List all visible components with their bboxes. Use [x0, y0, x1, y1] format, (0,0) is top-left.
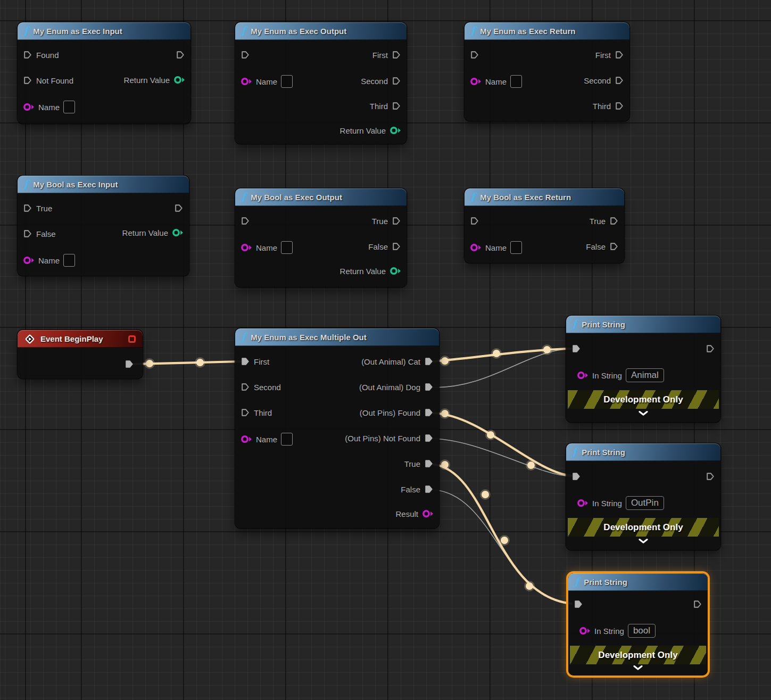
- exec-output-pin-first[interactable]: First: [372, 48, 401, 62]
- node-header[interactable]: ƒ My Enum as Exec Input: [18, 22, 190, 40]
- exec-input-pin[interactable]: [241, 48, 250, 62]
- exec-output-pin-true[interactable]: True: [404, 457, 434, 471]
- exec-output-pin-true[interactable]: True: [372, 214, 401, 228]
- name-value-box[interactable]: [281, 75, 293, 88]
- node-header[interactable]: ƒ My Enum as Exec Output: [235, 22, 407, 40]
- exec-input-pin[interactable]: [574, 597, 583, 611]
- exec-output-pin-true[interactable]: True: [590, 214, 619, 228]
- name-value-box[interactable]: [510, 241, 522, 254]
- name-input-pin[interactable]: Name: [241, 241, 293, 254]
- node-my-enum-as-exec-input[interactable]: ƒ My Enum as Exec Input Found Not Found …: [18, 22, 190, 123]
- name-input-pin[interactable]: Name: [470, 241, 522, 254]
- exec-input-pin-third[interactable]: Third: [241, 406, 272, 419]
- exec-output-pin-third[interactable]: Third: [370, 99, 401, 113]
- expand-advanced-button[interactable]: [566, 411, 720, 416]
- node-print-string-bool[interactable]: ƒ Print String In String bool Developmen…: [568, 573, 708, 676]
- exec-input-pin[interactable]: [470, 48, 479, 62]
- name-input-pin[interactable]: Name: [241, 75, 293, 88]
- node-header[interactable]: ƒ My Enum as Exec Return: [465, 22, 629, 40]
- exec-output-pin-false[interactable]: False: [368, 240, 401, 253]
- return-value-pin[interactable]: Return Value: [340, 123, 401, 137]
- exec-output-pin-false[interactable]: False: [401, 482, 434, 496]
- exec-input-pin[interactable]: [241, 214, 250, 228]
- string-pin-icon: [579, 626, 591, 636]
- name-value-box[interactable]: [281, 241, 293, 254]
- exec-pin-icon: [470, 50, 479, 60]
- name-input-pin[interactable]: Name: [241, 432, 293, 446]
- node-print-string-animal[interactable]: ƒ Print String In String Animal Developm…: [566, 316, 720, 422]
- name-input-pin[interactable]: Name: [23, 100, 75, 114]
- string-pin-icon: [577, 370, 588, 380]
- name-value-box[interactable]: [510, 75, 522, 88]
- node-event-beginplay[interactable]: Event BeginPlay: [18, 330, 143, 378]
- node-header[interactable]: Event BeginPlay: [18, 330, 143, 348]
- node-header[interactable]: ƒ Print String: [566, 443, 720, 461]
- return-value-pin[interactable]: Return Value: [124, 73, 185, 87]
- name-pin-icon: [241, 77, 252, 86]
- node-my-enum-as-exec-return[interactable]: ƒ My Enum as Exec Return Name First Seco…: [465, 22, 629, 121]
- exec-output-pin-out-animal-cat[interactable]: (Out Animal) Cat: [361, 355, 434, 368]
- exec-output-pin[interactable]: [174, 201, 184, 215]
- exec-output-pin[interactable]: [706, 342, 715, 356]
- exec-output-pin-third[interactable]: Third: [593, 99, 624, 113]
- node-header[interactable]: ƒ My Bool as Exec Return: [465, 188, 624, 206]
- exec-output-pin-second[interactable]: Second: [361, 74, 401, 88]
- name-input-pin[interactable]: Name: [23, 253, 75, 267]
- expand-advanced-button[interactable]: [568, 665, 708, 670]
- in-string-pin[interactable]: In String bool: [579, 624, 656, 638]
- name-pin-icon: [23, 256, 35, 265]
- exec-input-pin[interactable]: [571, 342, 581, 356]
- return-value-pin[interactable]: Return Value: [122, 226, 184, 240]
- exec-output-pin-false[interactable]: False: [586, 240, 619, 253]
- name-value-box[interactable]: [63, 101, 75, 113]
- exec-input-pin-not-found[interactable]: Not Found: [23, 73, 73, 87]
- exec-output-pin-second[interactable]: Second: [584, 73, 624, 87]
- exec-output-pin[interactable]: [706, 470, 715, 483]
- expand-advanced-button[interactable]: [566, 539, 720, 543]
- name-pin-icon: [23, 102, 35, 112]
- name-value-box[interactable]: [63, 254, 75, 267]
- exec-output-pin[interactable]: [125, 357, 134, 371]
- node-header[interactable]: ƒ Print String: [568, 573, 708, 591]
- exec-input-pin[interactable]: [470, 214, 479, 228]
- name-value-box[interactable]: [281, 433, 293, 446]
- node-header[interactable]: ƒ My Enum as Exec Multiple Out: [235, 328, 439, 346]
- result-output-pin[interactable]: Result: [395, 507, 434, 521]
- node-my-bool-as-exec-input[interactable]: ƒ My Bool as Exec Input True False Name …: [18, 176, 189, 276]
- node-my-enum-as-exec-multiple-out[interactable]: ƒ My Enum as Exec Multiple Out First Sec…: [235, 328, 439, 528]
- chevron-down-icon: [633, 665, 643, 670]
- exec-input-pin-found[interactable]: Found: [23, 48, 59, 62]
- exec-input-pin-first[interactable]: First: [241, 355, 269, 368]
- exec-input-pin-second[interactable]: Second: [241, 380, 281, 394]
- in-string-value[interactable]: bool: [628, 624, 656, 638]
- development-only-banner: Development Only: [568, 390, 719, 409]
- in-string-pin[interactable]: In String OutPin: [577, 496, 664, 510]
- wire-cat-to-print1: [433, 349, 571, 361]
- node-header[interactable]: ƒ My Bool as Exec Input: [18, 176, 189, 193]
- string-pin-icon: [577, 498, 588, 508]
- exec-pin-icon: [424, 484, 434, 494]
- node-header[interactable]: ƒ My Bool as Exec Output: [235, 188, 407, 206]
- exec-input-pin-true[interactable]: True: [23, 201, 52, 215]
- in-string-pin[interactable]: In String Animal: [577, 368, 664, 382]
- exec-output-pin-out-pins-not-found[interactable]: (Out Pins) Not Found: [345, 431, 434, 445]
- exec-input-pin-false[interactable]: False: [23, 227, 56, 241]
- node-print-string-outpin[interactable]: ƒ Print String In String OutPin Developm…: [566, 443, 720, 550]
- node-my-bool-as-exec-output[interactable]: ƒ My Bool as Exec Output Name True False…: [235, 188, 407, 287]
- node-title: My Enum as Exec Output: [251, 27, 346, 36]
- exec-output-pin-out-animal-dog[interactable]: (Out Animal) Dog: [359, 380, 434, 394]
- exec-input-pin[interactable]: [571, 470, 581, 483]
- node-header[interactable]: ƒ Print String: [566, 316, 720, 333]
- exec-output-pin-first[interactable]: First: [595, 48, 624, 62]
- return-value-pin[interactable]: Return Value: [340, 264, 401, 278]
- exec-output-pin[interactable]: [693, 597, 702, 611]
- exec-output-pin[interactable]: [176, 48, 185, 62]
- function-icon: ƒ: [24, 26, 28, 36]
- node-my-enum-as-exec-output[interactable]: ƒ My Enum as Exec Output Name First Seco…: [235, 22, 407, 144]
- exec-output-pin-out-pins-found[interactable]: (Out Pins) Found: [360, 406, 434, 419]
- name-input-pin[interactable]: Name: [470, 75, 522, 88]
- in-string-value[interactable]: OutPin: [626, 496, 664, 510]
- node-my-bool-as-exec-return[interactable]: ƒ My Bool as Exec Return Name True False: [465, 188, 624, 263]
- in-string-value[interactable]: Animal: [626, 368, 664, 382]
- blueprint-graph-canvas[interactable]: ƒ My Enum as Exec Input Found Not Found …: [0, 0, 771, 700]
